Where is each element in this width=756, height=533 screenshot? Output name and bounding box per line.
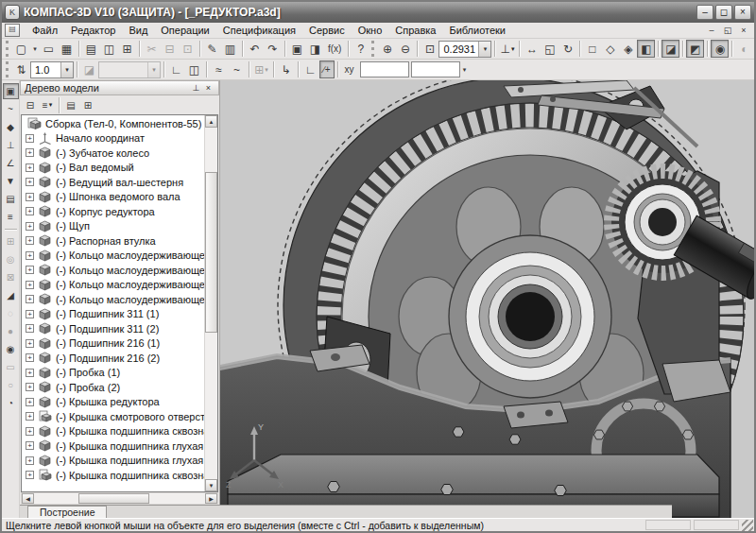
specification-panel-button[interactable]: ▤ (3, 191, 19, 207)
tree-item[interactable]: +(-) Подшипник 311 (2) (22, 321, 204, 336)
rib-operation-button[interactable]: ◉ (3, 341, 19, 357)
expand-icon[interactable]: + (26, 295, 34, 303)
expand-icon[interactable]: + (26, 178, 34, 186)
scale-operation-button[interactable]: ◔ (3, 395, 19, 411)
spline-tool-button[interactable]: ≈ (210, 60, 228, 78)
expand-icon[interactable]: + (26, 310, 34, 318)
display-halftone-perspective-button[interactable]: ◪ (662, 40, 679, 58)
tree-item[interactable]: +(-) Крышка подшипника глухая (22, 438, 204, 454)
expand-icon[interactable]: + (26, 148, 34, 157)
expand-icon[interactable]: + (26, 134, 34, 143)
expand-icon[interactable]: + (26, 236, 34, 245)
grid-dropdown-icon[interactable]: ▾ (265, 66, 268, 74)
tab-construction[interactable]: Построение (27, 506, 107, 518)
menu-editor[interactable]: Редактор (64, 24, 122, 37)
tree-item[interactable]: +(-) Пробка (2) (22, 380, 204, 395)
menu-service[interactable]: Сервис (302, 24, 352, 37)
scroll-up-icon[interactable]: ▲ (205, 115, 217, 128)
local-coordinate-system-button[interactable]: ∟ (167, 60, 185, 78)
edit-part-panel-button[interactable]: ▣ (3, 83, 19, 99)
expand-icon[interactable]: + (26, 207, 34, 215)
display-no-hidden-lines-button[interactable]: ◇ (601, 40, 619, 58)
expand-icon[interactable]: + (26, 266, 34, 274)
expand-icon[interactable]: + (26, 353, 34, 362)
scrollbar-thumb[interactable] (205, 172, 217, 333)
variables-button[interactable]: f(x) (324, 40, 345, 58)
expand-icon[interactable]: + (26, 412, 34, 421)
toolbar-options-button[interactable]: ▾ (460, 60, 470, 78)
orientation-button[interactable]: ⊥▾ (498, 40, 516, 58)
toolbar-grip[interactable] (6, 41, 9, 57)
tree-item[interactable]: +(-) Крышка подшипника глухая (22, 454, 204, 469)
tree-item[interactable]: +(-) Подшипник 216 (1) (22, 336, 204, 352)
scrollbar-thumb[interactable] (78, 493, 149, 504)
tree-item[interactable]: +(-) Крышка редуктора (22, 395, 204, 410)
display-wireframe-button[interactable]: □ (583, 40, 601, 58)
expand-icon[interactable]: + (26, 383, 34, 391)
toolbar-grip[interactable] (371, 41, 374, 57)
reports-panel-button[interactable]: ≡ (3, 209, 19, 225)
resize-grip[interactable] (742, 520, 753, 531)
zoom-in-button[interactable]: ⊕ (378, 40, 396, 58)
document-properties-button[interactable]: ⊞ (118, 40, 136, 58)
library-manager-button[interactable]: ◨ (306, 40, 324, 58)
current-step[interactable]: 1.0▾ (30, 61, 74, 78)
panel-header[interactable]: Дерево модели ⊥ × (20, 80, 219, 95)
print-preview-button[interactable]: ◫ (100, 40, 118, 58)
expand-icon[interactable]: + (26, 193, 34, 201)
expand-icon[interactable]: + (26, 339, 34, 348)
gearbox-model[interactable]: Z Y X (220, 80, 754, 518)
orientation-dropdown-icon[interactable]: ▾ (511, 45, 515, 53)
zoom-out-button[interactable]: ⊖ (396, 40, 414, 58)
tree-item[interactable]: +(-) Кольцо маслоудерживающее 2 (2) (22, 292, 204, 307)
tree-item[interactable]: +(-) Вал ведомый (22, 161, 204, 176)
tree-item[interactable]: +(-) Кольцо маслоудерживающее 1 (2) (22, 278, 204, 293)
expand-icon[interactable]: + (26, 427, 34, 436)
tree-item[interactable]: +(-) Крышка подшипника сквозная (22, 424, 204, 439)
3d-viewport[interactable]: Z Y X (220, 80, 754, 518)
tree-item[interactable]: +Начало координат (22, 131, 204, 146)
ortho-drawing-button[interactable]: ∟ (301, 60, 319, 78)
menu-view[interactable]: Вид (122, 24, 154, 37)
expand-icon[interactable]: + (26, 398, 34, 406)
panel-close-icon[interactable]: × (202, 82, 215, 94)
close-button[interactable]: × (734, 5, 751, 20)
mdi-minimize-button[interactable]: – (705, 25, 718, 37)
tree-item[interactable]: +(-) Подшипник 311 (1) (22, 307, 204, 322)
menu-specification[interactable]: Спецификация (216, 24, 302, 37)
mdi-close-button[interactable]: × (737, 25, 750, 37)
expand-icon[interactable]: + (26, 369, 34, 377)
pin-icon[interactable]: ⊥ (190, 82, 202, 94)
spreadsheet-button[interactable]: ▥ (221, 40, 239, 58)
phantoms-mode-button[interactable]: ◫ (185, 60, 203, 78)
expand-icon[interactable]: + (26, 163, 34, 172)
new-document-menu-button[interactable]: ▾ (30, 40, 40, 58)
current-scale-dropdown-icon[interactable]: ▾ (478, 42, 490, 57)
tree-item[interactable]: +(-) Ведущий вал-шестерня (22, 175, 204, 190)
coordinate-x[interactable] (360, 61, 409, 77)
tree-item[interactable]: +(-) Крышка подшипника сквозная (22, 468, 204, 483)
surfaces-panel-button[interactable]: ◆ (3, 119, 19, 135)
document-manager-button[interactable]: ▣ (288, 40, 306, 58)
toolbar-grip[interactable] (6, 61, 9, 77)
tree-composition-button[interactable]: ≡▾ (39, 97, 56, 112)
tree-item[interactable]: +(-) Пробка (1) (22, 366, 204, 381)
context-help-button[interactable]: ? (352, 40, 369, 58)
tree-root-item[interactable]: Сборка (Тел-0, Компонентов-55) (22, 116, 204, 131)
horizontal-scrollbar[interactable]: ◀ ▶ (21, 492, 218, 505)
save-document-button[interactable]: ▦ (58, 40, 76, 58)
tree-item[interactable]: +(-) Кольцо маслоудерживающее 2 (1) (22, 263, 204, 278)
menu-window[interactable]: Окно (352, 24, 389, 37)
current-step-dropdown-icon[interactable]: ▾ (60, 62, 73, 77)
mdi-restore-button[interactable]: ◱ (721, 25, 734, 37)
curve-tool-button[interactable]: ~ (228, 60, 246, 78)
zoom-fit-button[interactable]: ◱ (541, 40, 558, 58)
tree-item[interactable]: +(-) Распорная втулка (22, 233, 204, 249)
tree-item[interactable]: +(-) Крышка смотрового отверстия (22, 409, 204, 424)
main-bearing[interactable] (449, 235, 611, 398)
menu-help[interactable]: Справка (388, 24, 442, 37)
snap-toggle-button[interactable]: ∕+ (319, 60, 335, 78)
change-step-button[interactable]: ⇅ (12, 60, 30, 78)
new-document-button[interactable]: ▢ (12, 40, 30, 58)
rotate-view-button[interactable]: ↻ (558, 40, 576, 58)
